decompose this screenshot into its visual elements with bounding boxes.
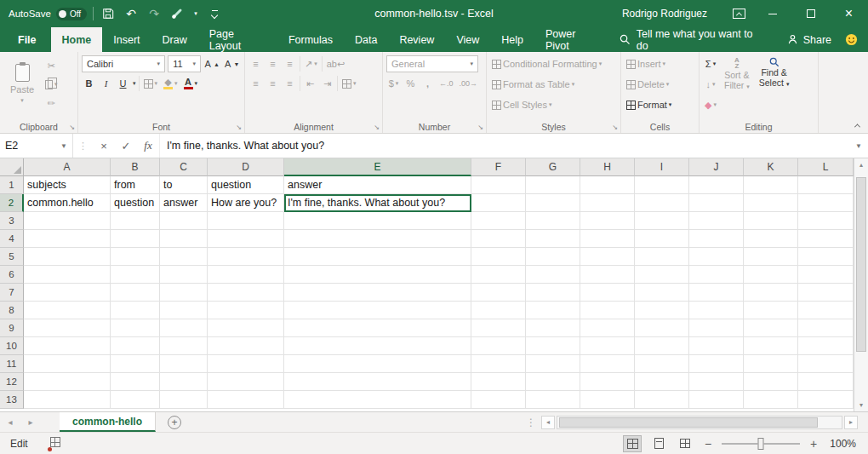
vertical-scroll-thumb[interactable] xyxy=(856,177,866,352)
cell-D4[interactable] xyxy=(208,230,284,248)
row-header-8[interactable]: 8 xyxy=(0,302,24,319)
enter-button[interactable]: ✓ xyxy=(115,134,137,158)
cell-E13[interactable] xyxy=(284,391,471,409)
cell-G12[interactable] xyxy=(526,373,580,391)
cell-J13[interactable] xyxy=(689,391,744,409)
row-header-11[interactable]: 11 xyxy=(0,355,24,373)
increase-decimal-button[interactable]: ←.0 xyxy=(437,75,455,92)
cell-L7[interactable] xyxy=(798,284,854,302)
align-middle-button[interactable]: ≡ xyxy=(266,55,280,72)
column-header-J[interactable]: J xyxy=(689,158,744,176)
cell-B9[interactable] xyxy=(111,319,160,337)
cell-D11[interactable] xyxy=(208,355,284,373)
conditional-formatting-button[interactable]: Conditional Formatting▾ xyxy=(490,55,617,72)
insert-cells-button[interactable]: Insert▾ xyxy=(625,55,695,72)
cell-B8[interactable] xyxy=(111,302,160,319)
copy-button[interactable]: ▾ xyxy=(43,76,60,93)
cell-I8[interactable] xyxy=(635,302,689,319)
cell-K11[interactable] xyxy=(744,355,798,373)
cell-F3[interactable] xyxy=(471,212,526,230)
brush-dropdown-icon[interactable]: ▾ xyxy=(191,4,200,23)
cell-L9[interactable] xyxy=(798,319,854,337)
decrease-indent-button[interactable]: ⇤ xyxy=(303,75,317,92)
grow-font-button[interactable]: A▲ xyxy=(203,55,221,72)
scroll-right-icon[interactable]: ▸ xyxy=(844,416,858,429)
cell-I7[interactable] xyxy=(635,284,689,302)
cell-K12[interactable] xyxy=(744,373,798,391)
maximize-button[interactable] xyxy=(791,0,830,27)
italic-button[interactable]: I xyxy=(99,75,113,92)
cell-J4[interactable] xyxy=(689,230,744,248)
cell-D5[interactable] xyxy=(208,248,284,266)
cell-C3[interactable] xyxy=(160,212,208,230)
cell-D10[interactable] xyxy=(208,337,284,355)
cell-D9[interactable] xyxy=(208,319,284,337)
tab-splitter-handle[interactable]: ⋮ xyxy=(521,412,541,432)
zoom-slider-thumb[interactable] xyxy=(758,438,764,450)
cell-E7[interactable] xyxy=(284,284,471,302)
cell-E12[interactable] xyxy=(284,373,471,391)
ribbon-display-options-icon[interactable] xyxy=(724,0,753,27)
cell-A10[interactable] xyxy=(24,337,111,355)
row-header-2[interactable]: 2 xyxy=(0,194,24,212)
cell-H6[interactable] xyxy=(580,266,635,284)
cell-E11[interactable] xyxy=(284,355,471,373)
tell-me-search[interactable]: Tell me what you want to do xyxy=(611,27,775,52)
cell-F7[interactable] xyxy=(471,284,526,302)
zoom-in-button[interactable]: + xyxy=(808,437,819,451)
cancel-button[interactable]: × xyxy=(93,134,115,158)
cell-G9[interactable] xyxy=(526,319,580,337)
cell-B4[interactable] xyxy=(111,230,160,248)
row-header-4[interactable]: 4 xyxy=(0,230,24,248)
cut-button[interactable]: ✂ xyxy=(43,57,60,74)
cell-G4[interactable] xyxy=(526,230,580,248)
tab-formulas[interactable]: Formulas xyxy=(277,27,344,52)
page-break-view-button[interactable] xyxy=(676,435,694,452)
column-header-E[interactable]: E xyxy=(284,158,471,176)
cell-G13[interactable] xyxy=(526,391,580,409)
cell-B7[interactable] xyxy=(111,284,160,302)
format-as-table-button[interactable]: Format as Table▾ xyxy=(490,76,617,93)
font-name-combo[interactable]: Calibri▾ xyxy=(82,55,165,72)
scroll-up-icon[interactable]: ▴ xyxy=(859,161,863,169)
cell-L5[interactable] xyxy=(798,248,854,266)
delete-cells-button[interactable]: Delete▾ xyxy=(625,76,695,93)
accounting-format-button[interactable]: $▾ xyxy=(386,75,401,92)
column-header-D[interactable]: D xyxy=(208,158,284,176)
alignment-dialog-launcher-icon[interactable]: ↘ xyxy=(374,124,380,131)
fill-button[interactable]: ↓▾ xyxy=(703,76,718,93)
row-header-9[interactable]: 9 xyxy=(0,319,24,337)
collapse-ribbon-icon[interactable] xyxy=(854,124,859,129)
cell-C11[interactable] xyxy=(160,355,208,373)
customize-qat-icon[interactable] xyxy=(206,4,223,23)
paste-button[interactable]: Paste ▾ xyxy=(3,55,41,112)
cell-G2[interactable] xyxy=(526,194,580,212)
font-size-combo[interactable]: 11▾ xyxy=(168,55,201,72)
cell-J10[interactable] xyxy=(689,337,744,355)
cell-C4[interactable] xyxy=(160,230,208,248)
bold-button[interactable]: B xyxy=(82,75,96,92)
cell-F4[interactable] xyxy=(471,230,526,248)
save-icon[interactable] xyxy=(100,4,117,23)
cell-F2[interactable] xyxy=(471,194,526,212)
cell-K6[interactable] xyxy=(744,266,798,284)
cell-I1[interactable] xyxy=(635,176,689,194)
cell-I13[interactable] xyxy=(635,391,689,409)
cell-A7[interactable] xyxy=(24,284,111,302)
cell-J6[interactable] xyxy=(689,266,744,284)
cell-K1[interactable] xyxy=(744,176,798,194)
share-button[interactable]: Share xyxy=(775,27,843,52)
cell-A13[interactable] xyxy=(24,391,111,409)
format-painter-button[interactable]: ✏ xyxy=(43,95,60,112)
cell-J11[interactable] xyxy=(689,355,744,373)
sheet-nav-left-icon[interactable]: ◂ xyxy=(0,412,20,432)
borders-button[interactable]: ▾ xyxy=(142,75,160,92)
cell-D6[interactable] xyxy=(208,266,284,284)
cell-K10[interactable] xyxy=(744,337,798,355)
row-header-12[interactable]: 12 xyxy=(0,373,24,391)
feedback-smiley-icon[interactable] xyxy=(843,27,868,52)
wrap-text-button[interactable]: ab↩ xyxy=(325,55,346,72)
zoom-out-button[interactable]: − xyxy=(702,437,714,451)
zoom-slider[interactable] xyxy=(722,443,800,445)
cell-L11[interactable] xyxy=(798,355,854,373)
